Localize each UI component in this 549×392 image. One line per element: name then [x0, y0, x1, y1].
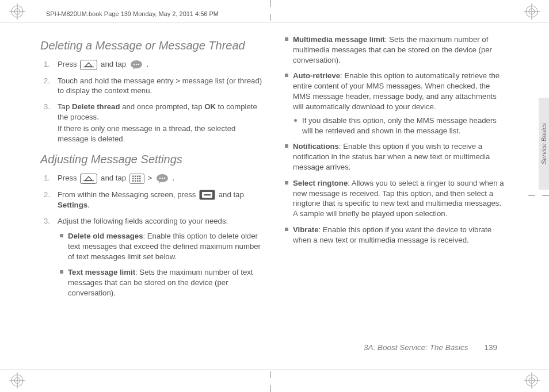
step-text: Press [58, 174, 79, 182]
svg-rect-35 [137, 180, 139, 182]
step-number: 3. [44, 102, 50, 112]
step-number: 2. [44, 76, 50, 86]
home-key-icon [80, 174, 97, 184]
svg-point-19 [134, 63, 135, 64]
page-number: 139 [484, 343, 497, 352]
messaging-icon [129, 60, 143, 70]
svg-rect-27 [137, 175, 139, 177]
book-header: SPH-M820UM.book Page 139 Monday, May 2, … [46, 10, 219, 17]
svg-rect-33 [132, 180, 134, 182]
page-content: Deleting a Message or Message Thread 1. … [40, 34, 509, 358]
registration-mark-icon [524, 372, 540, 389]
step-text: and tap [219, 190, 244, 199]
step-text: . [146, 60, 148, 68]
list-item: Text message limit: Sets the maximum num… [58, 267, 263, 298]
field-label: Delete old messages [68, 232, 143, 240]
svg-point-21 [138, 63, 139, 64]
field-label: Multimedia message limit [293, 35, 385, 44]
crop-tick [542, 195, 549, 196]
step-number: 2. [44, 190, 50, 200]
registration-mark-icon [524, 3, 540, 20]
side-tab-label: Service Basics [540, 123, 547, 164]
step-item: 1. Press and tap . [40, 59, 263, 70]
svg-rect-22 [81, 174, 97, 183]
step-text: Adjust the following fields according to… [58, 216, 263, 226]
svg-rect-25 [132, 175, 134, 177]
side-tab: Service Basics [539, 98, 549, 190]
field-label: Auto-retrieve [293, 71, 340, 80]
step-text: From within the Messaging screen, press [58, 190, 198, 199]
registration-mark-icon [9, 3, 25, 20]
list-item: If you disable this option, only the MMS… [293, 116, 505, 136]
registration-mark-icon [9, 372, 25, 389]
svg-point-40 [164, 178, 165, 179]
step-text: . [172, 174, 174, 182]
svg-rect-34 [135, 180, 136, 182]
svg-rect-32 [139, 178, 141, 179]
field-text: : Enable this option if you want the dev… [293, 225, 491, 244]
sub-list: If you disable this option, only the MMS… [293, 116, 505, 136]
step-text: Tap [58, 102, 72, 111]
step-text: and once prompted, tap [120, 102, 205, 111]
list-item: Vibrate: Enable this option if you want … [283, 225, 505, 245]
svg-rect-26 [135, 175, 136, 177]
step-item: 3. Tap Delete thread and once prompted, … [40, 102, 263, 144]
apps-grid-icon [129, 174, 144, 184]
svg-rect-31 [137, 178, 139, 179]
step-number: 1. [44, 59, 50, 70]
svg-point-39 [162, 178, 163, 179]
step-number: 1. [44, 173, 50, 183]
ui-label: OK [204, 102, 216, 111]
ui-label: Delete thread [72, 102, 120, 111]
step-item: 2. From within the Messaging screen, pre… [40, 190, 263, 210]
step-text: and tap [101, 174, 128, 182]
list-item: Notifications: Enable this option if you… [283, 141, 505, 172]
step-text: > [147, 174, 154, 182]
svg-point-20 [136, 63, 137, 64]
field-label: Text message limit [68, 268, 135, 276]
crop-line [0, 22, 549, 22]
settings-fields-list: Multimedia message limit: Sets the maxim… [283, 34, 505, 245]
field-label: Notifications [293, 142, 339, 151]
crop-tick [528, 195, 535, 196]
step-number: 3. [44, 216, 50, 226]
list-item: Auto-retrieve: Enable this option to aut… [283, 71, 505, 136]
step-item: 1. Press and tap > . [40, 173, 263, 184]
svg-rect-30 [135, 178, 136, 179]
adjusting-steps: 1. Press and tap > . 2. From within the … [40, 173, 263, 298]
crop-tick [270, 14, 271, 21]
page-footer: 3A. Boost Service: The Basics 139 [0, 343, 549, 352]
step-text: . [87, 201, 90, 209]
list-item: Multimedia message limit: Sets the maxim… [283, 34, 505, 65]
crop-tick [270, 371, 271, 378]
deleting-steps: 1. Press and tap . 2. Touch and hold the… [40, 59, 263, 144]
svg-rect-36 [139, 180, 141, 182]
crop-tick [270, 385, 271, 392]
settings-fields-list: Delete old messages: Enable this option … [58, 231, 263, 298]
heading-adjusting: Adjusting Message Settings [40, 152, 263, 167]
ui-label: Settings [58, 201, 87, 209]
svg-rect-29 [132, 178, 134, 179]
list-item: Select ringtone: Allows you to select a … [283, 178, 505, 219]
step-text: If there is only one message in a thread… [58, 124, 263, 144]
step-text: Press [58, 60, 79, 68]
list-item: Delete old messages: Enable this option … [58, 231, 263, 262]
messaging-icon [155, 174, 169, 184]
step-item: 2. Touch and hold the message entry > me… [40, 76, 263, 97]
step-item: 3. Adjust the following fields according… [40, 216, 263, 298]
field-label: Vibrate [293, 225, 318, 234]
step-text: Touch and hold the message entry > messa… [58, 76, 263, 97]
crop-tick [270, 0, 271, 7]
right-column: Multimedia message limit: Sets the maxim… [283, 34, 509, 358]
svg-rect-28 [139, 175, 141, 177]
left-column: Deleting a Message or Message Thread 1. … [40, 34, 263, 358]
step-text: and tap [101, 60, 128, 68]
svg-rect-16 [81, 60, 97, 70]
crop-line [0, 370, 549, 370]
menu-key-icon [199, 190, 215, 200]
home-key-icon [80, 60, 97, 70]
field-label: Select ringtone [293, 179, 348, 187]
svg-point-38 [159, 178, 161, 179]
footer-section-label: 3A. Boost Service: The Basics [364, 343, 468, 352]
heading-deleting: Deleting a Message or Message Thread [40, 38, 263, 53]
